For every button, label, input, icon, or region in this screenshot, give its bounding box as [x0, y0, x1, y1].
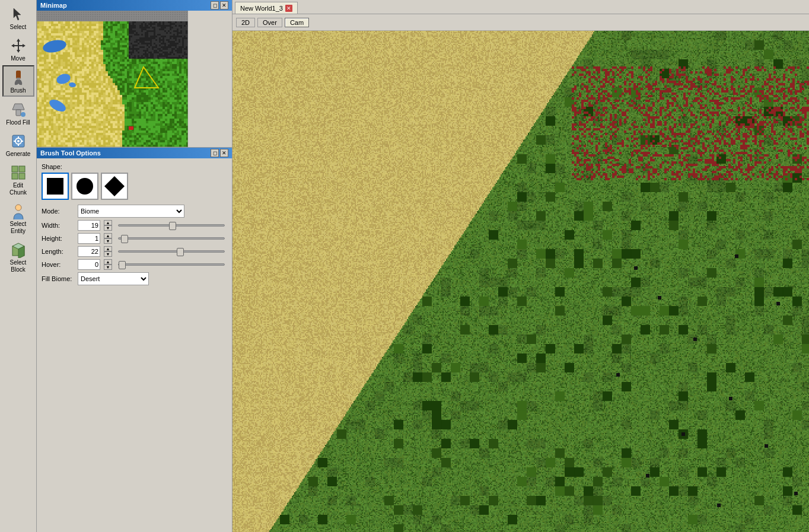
- view-2d-btn[interactable]: 2D: [236, 18, 255, 27]
- minimap-title: Minimap: [40, 2, 67, 9]
- svg-rect-2: [17, 78, 20, 80]
- width-down-btn[interactable]: ▼: [104, 225, 112, 231]
- hover-slider-thumb[interactable]: [119, 261, 126, 269]
- minimap-title-buttons: ◻ ✕: [211, 1, 228, 9]
- canvas-area[interactable]: [232, 31, 809, 532]
- minimap-titlebar: Minimap ◻ ✕: [37, 0, 232, 11]
- tool-select[interactable]: Select: [2, 2, 34, 33]
- svg-point-5: [21, 112, 26, 117]
- brush-options-content: Shape: Mode: Biome Height: [37, 158, 232, 290]
- svg-point-17: [15, 205, 21, 211]
- tool-flood-fill[interactable]: Flood Fill: [2, 98, 34, 128]
- fill-biome-row: Fill Biome: Desert Forest Plains Mountai…: [42, 272, 227, 285]
- world-tab-close-btn[interactable]: ✕: [285, 5, 292, 12]
- minimap-restore-btn[interactable]: ◻: [211, 1, 219, 9]
- minimap-close-btn[interactable]: ✕: [220, 1, 228, 9]
- tool-move[interactable]: Move: [2, 34, 34, 64]
- length-spin: ▲ ▼: [104, 246, 112, 257]
- mode-select[interactable]: Biome Height Terrain Block: [78, 205, 184, 218]
- shape-label: Shape:: [42, 163, 227, 170]
- hover-down-btn[interactable]: ▼: [104, 265, 112, 270]
- tool-select-block-label: Select Block: [4, 259, 33, 273]
- world-tab-label: New World1_3: [240, 5, 283, 12]
- shape-diamond-btn[interactable]: [101, 173, 128, 200]
- hover-slider-track[interactable]: [118, 263, 225, 266]
- world-tab[interactable]: New World1_3 ✕: [235, 2, 298, 14]
- block-icon: [9, 240, 28, 259]
- length-label: Length:: [42, 248, 74, 255]
- tool-generate-label: Generate: [6, 151, 31, 158]
- height-row: Height: ▲ ▼: [42, 233, 227, 244]
- chunk-icon: [9, 163, 28, 182]
- move-icon: [9, 36, 28, 55]
- brush-options-grid: Mode: Biome Height Terrain Block Width: …: [42, 205, 227, 285]
- tool-brush[interactable]: Brush: [2, 65, 34, 97]
- height-up-btn[interactable]: ▲: [104, 233, 112, 238]
- square-icon: [47, 178, 63, 195]
- tab-bar: New World1_3 ✕: [232, 0, 809, 14]
- tool-flood-fill-label: Flood Fill: [6, 119, 30, 126]
- svg-marker-3: [12, 104, 24, 110]
- shape-options-row: [42, 173, 227, 200]
- view-over-btn[interactable]: Over: [257, 18, 282, 27]
- width-input[interactable]: [78, 220, 100, 231]
- length-input[interactable]: [78, 246, 100, 257]
- tool-select-entity[interactable]: Select Entity: [2, 199, 34, 237]
- svg-rect-15: [12, 173, 18, 179]
- length-slider-thumb[interactable]: [177, 248, 184, 256]
- height-spin: ▲ ▼: [104, 233, 112, 244]
- hover-row: Hover: ▲ ▼: [42, 259, 227, 270]
- circle-icon: [77, 178, 93, 195]
- svg-rect-4: [16, 110, 21, 116]
- gear-icon: [9, 132, 28, 151]
- mode-row: Mode: Biome Height Terrain Block: [42, 205, 227, 218]
- brush-options-panel: Brush Tool Options ◻ ✕ Shape:: [37, 148, 232, 532]
- left-panel: Minimap ◻ ✕ Brush Tool Options ◻ ✕ Shape…: [37, 0, 232, 532]
- tool-select-label: Select: [10, 24, 27, 31]
- fill-biome-select[interactable]: Desert Forest Plains Mountains Ocean Swa…: [78, 272, 149, 285]
- width-row: Width: ▲ ▼: [42, 220, 227, 231]
- width-label: Width:: [42, 222, 74, 229]
- width-slider-track[interactable]: [118, 224, 225, 227]
- svg-point-8: [17, 140, 20, 142]
- brush-title-buttons: ◻ ✕: [211, 149, 228, 157]
- fill-biome-label: Fill Biome:: [42, 275, 74, 282]
- minimap-panel: Minimap ◻ ✕: [37, 0, 232, 148]
- tool-edit-chunk[interactable]: Edit Chunk: [2, 161, 34, 198]
- tool-generate[interactable]: Generate: [2, 129, 34, 160]
- length-down-btn[interactable]: ▼: [104, 251, 112, 257]
- tool-brush-label: Brush: [10, 87, 26, 94]
- view-toolbar: 2D Over Cam: [232, 14, 809, 31]
- shape-square-btn[interactable]: [42, 173, 69, 200]
- view-cam-btn[interactable]: Cam: [285, 18, 309, 27]
- length-slider-track[interactable]: [118, 250, 225, 253]
- svg-marker-0: [14, 8, 21, 20]
- tool-select-block[interactable]: Select Block: [2, 238, 34, 275]
- shape-circle-btn[interactable]: [71, 173, 98, 200]
- bucket-icon: [9, 100, 28, 119]
- mode-label: Mode:: [42, 208, 74, 215]
- length-row: Length: ▲ ▼: [42, 246, 227, 257]
- entity-icon: [9, 202, 28, 221]
- hover-up-btn[interactable]: ▲: [104, 259, 112, 265]
- brush-icon: [9, 68, 28, 87]
- tool-select-entity-label: Select Entity: [4, 221, 33, 235]
- hover-spin: ▲ ▼: [104, 259, 112, 270]
- svg-rect-13: [12, 166, 18, 172]
- height-slider-track[interactable]: [118, 237, 225, 240]
- length-up-btn[interactable]: ▲: [104, 246, 112, 251]
- width-slider-thumb[interactable]: [169, 222, 176, 230]
- brush-restore-btn[interactable]: ◻: [211, 149, 219, 157]
- world-canvas[interactable]: [232, 31, 809, 532]
- minimap-canvas[interactable]: [37, 11, 188, 147]
- height-slider-thumb[interactable]: [121, 235, 128, 243]
- hover-label: Hover:: [42, 261, 74, 268]
- brush-close-btn[interactable]: ✕: [220, 149, 228, 157]
- hover-input[interactable]: [78, 259, 100, 270]
- height-input[interactable]: [78, 233, 100, 244]
- height-down-btn[interactable]: ▼: [104, 238, 112, 244]
- width-up-btn[interactable]: ▲: [104, 220, 112, 225]
- brush-options-title: Brush Tool Options: [40, 149, 101, 157]
- left-toolbar: Select Move Brush Flood: [0, 0, 37, 532]
- tool-edit-chunk-label: Edit Chunk: [4, 182, 33, 196]
